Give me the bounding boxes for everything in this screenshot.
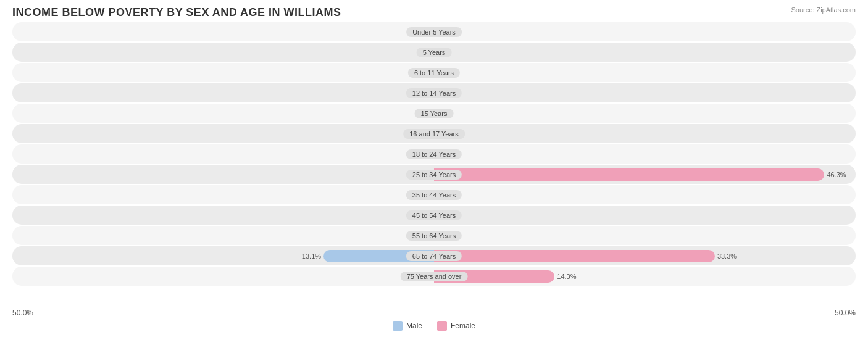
chart-container: INCOME BELOW POVERTY BY SEX AND AGE IN W… — [0, 0, 868, 345]
axis-label-right: 50.0% — [835, 309, 856, 317]
bar-row: 0.0%5 Years0.0% — [12, 43, 856, 62]
bar-label: 12 to 14 Years — [406, 88, 462, 98]
bar-label: 5 Years — [417, 48, 452, 57]
bar-row: 0.0%16 and 17 Years0.0% — [12, 124, 856, 143]
axis-labels: 50.0% 50.0% — [12, 309, 856, 317]
bar-label: 45 to 54 Years — [406, 210, 462, 220]
bar-label: 65 to 74 Years — [406, 251, 462, 261]
female-bar — [434, 168, 824, 181]
axis-label-left: 50.0% — [12, 309, 33, 317]
bar-label: 75 Years and over — [401, 272, 468, 281]
legend-female-label: Female — [451, 322, 475, 330]
chart-title: INCOME BELOW POVERTY BY SEX AND AGE IN W… — [12, 6, 856, 19]
bar-label: 16 and 17 Years — [403, 129, 465, 139]
bar-row: 0.0%12 to 14 Years0.0% — [12, 83, 856, 102]
bar-row: 0.0%15 Years0.0% — [12, 104, 856, 123]
bar-row: 0.0%35 to 44 Years0.0% — [12, 185, 856, 204]
bar-row: 0.0%18 to 24 Years0.0% — [12, 144, 856, 164]
bar-label: 35 to 44 Years — [406, 190, 462, 200]
legend-male-box — [393, 321, 403, 331]
bar-label: 55 to 64 Years — [406, 231, 462, 241]
bar-label: 15 Years — [415, 109, 454, 118]
bar-row: 13.1%65 to 74 Years33.3% — [12, 246, 856, 265]
bar-label: 6 to 11 Years — [408, 68, 460, 78]
bar-row: 0.0%25 to 34 Years46.3% — [12, 165, 856, 184]
bar-label: Under 5 Years — [406, 27, 462, 37]
bar-row: 0.0%6 to 11 Years0.0% — [12, 63, 856, 82]
male-value: 13.1% — [302, 252, 321, 260]
legend-male: Male — [393, 321, 422, 331]
legend-female-box — [437, 321, 447, 331]
legend-female: Female — [437, 321, 475, 331]
female-value: 46.3% — [827, 171, 846, 178]
legend: Male Female — [12, 321, 856, 331]
female-bar — [434, 250, 715, 262]
bar-row: 0.0%45 to 54 Years0.0% — [12, 206, 856, 225]
legend-male-label: Male — [406, 322, 422, 330]
bar-row: 0.0%Under 5 Years0.0% — [12, 22, 856, 41]
female-value: 33.3% — [717, 252, 737, 260]
bar-label: 25 to 34 Years — [406, 170, 462, 180]
source-text: Source: ZipAtlas.com — [791, 6, 856, 14]
female-value: 14.3% — [557, 273, 576, 280]
bar-row: 0.0%55 to 64 Years0.0% — [12, 226, 856, 245]
chart-area: 0.0%Under 5 Years0.0%0.0%5 Years0.0%0.0%… — [12, 22, 856, 306]
bar-row: 0.0%75 Years and over14.3% — [12, 267, 856, 286]
bar-label: 18 to 24 Years — [406, 149, 462, 159]
